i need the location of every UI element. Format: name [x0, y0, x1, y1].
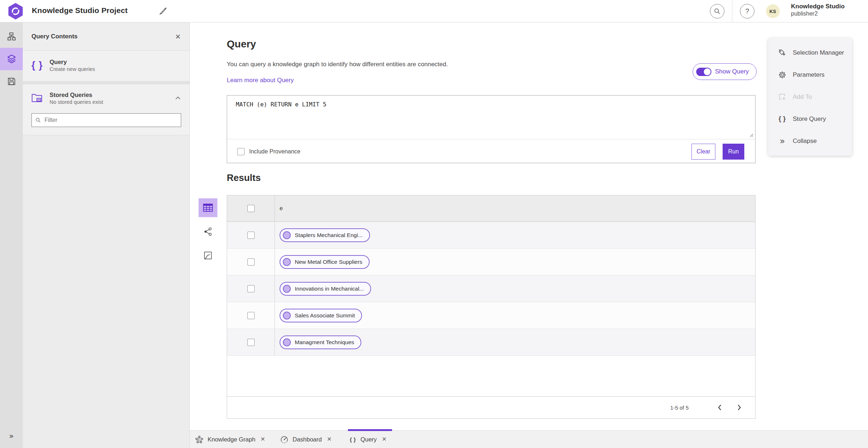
- table-pagination: 1-5 of 5: [227, 396, 755, 418]
- store-query-item[interactable]: { } Store Query: [768, 108, 852, 130]
- sidebar-item-query[interactable]: { } Query Create new queries: [23, 51, 190, 81]
- results-table: e Staplers Mechanical Engi... New Metal …: [227, 195, 756, 419]
- entity-pill[interactable]: New Metal Office Suppliers: [280, 255, 370, 269]
- query-controls: Include Provenance Clear Run: [227, 140, 755, 163]
- link-chart-view-icon[interactable]: [199, 222, 217, 241]
- add-to-icon: [778, 93, 787, 101]
- include-provenance-checkbox[interactable]: [237, 148, 244, 155]
- query-description: You can query a knowledge graph to ident…: [227, 61, 448, 68]
- table-view-icon[interactable]: [199, 198, 217, 217]
- show-query-toggle[interactable]: Show Query: [693, 63, 757, 80]
- dashboard-icon: [280, 436, 288, 444]
- map-view-icon[interactable]: [199, 246, 217, 265]
- filter-input[interactable]: [44, 117, 177, 123]
- results-title: Results: [227, 172, 261, 183]
- row-checkbox[interactable]: [247, 285, 255, 292]
- parameters-item[interactable]: Parameters: [768, 64, 852, 86]
- close-tab-icon[interactable]: ✕: [381, 436, 387, 443]
- user-name: Knowledge Studio: [791, 3, 844, 10]
- show-query-label: Show Query: [715, 68, 749, 75]
- filter-field: [31, 113, 181, 127]
- edit-title-button[interactable]: [158, 7, 168, 17]
- table-row: New Metal Office Suppliers: [227, 249, 755, 275]
- tab-query[interactable]: { } Query ✕: [350, 431, 387, 448]
- search-icon: [35, 117, 41, 123]
- panel-header: Query Contents ✕: [23, 22, 190, 51]
- entity-pill[interactable]: Innovations in Mechanical...: [280, 282, 371, 296]
- gear-icon: [778, 71, 787, 79]
- stored-queries-section: Stored Queries No stored queries exist: [23, 84, 190, 135]
- search-icon[interactable]: [710, 4, 724, 18]
- resize-handle[interactable]: [749, 132, 754, 139]
- entity-dot-icon: [283, 285, 291, 293]
- selection-manager-icon: [778, 49, 787, 57]
- project-title: Knowledge Studio Project: [32, 6, 128, 15]
- learn-more-link[interactable]: Learn more about Query: [227, 77, 294, 84]
- avatar[interactable]: KS: [766, 4, 780, 18]
- select-all-checkbox[interactable]: [247, 205, 255, 212]
- column-header-e: e: [275, 195, 755, 221]
- entity-pill[interactable]: Sales Associate Summit: [280, 309, 362, 322]
- close-tab-icon[interactable]: ✕: [326, 436, 332, 443]
- sidebar-item-description: Create new queries: [50, 66, 95, 73]
- entity-dot-icon: [283, 338, 291, 346]
- knowledge-studio-logo-icon: [8, 3, 23, 21]
- row-checkbox[interactable]: [247, 339, 255, 346]
- close-panel-icon[interactable]: ✕: [175, 33, 181, 41]
- expand-rail-icon[interactable]: »: [0, 428, 23, 443]
- stored-folder-icon: [31, 93, 50, 104]
- user-role: publisher2: [791, 10, 844, 17]
- add-to-item: Add To: [768, 86, 852, 108]
- table-row: Sales Associate Summit: [227, 302, 755, 329]
- table-row: Staplers Mechanical Engi...: [227, 222, 755, 249]
- row-checkbox[interactable]: [247, 258, 255, 266]
- chevron-right-icon[interactable]: [733, 401, 746, 414]
- chevron-left-icon[interactable]: [713, 401, 726, 414]
- tools-panel: Selection Manager Parameters Add To: [768, 38, 852, 156]
- help-icon[interactable]: ?: [740, 4, 754, 18]
- data-model-icon[interactable]: [0, 25, 23, 48]
- knowledge-graph-icon: [195, 436, 203, 444]
- query-view: Query You can query a knowledge graph to…: [190, 22, 868, 430]
- double-chevron-right-icon: »: [778, 138, 787, 145]
- sidebar-item-label: Stored Queries: [50, 91, 103, 99]
- collapse-item[interactable]: » Collapse: [768, 130, 852, 152]
- table-row: Managment Techniques: [227, 329, 755, 356]
- left-icon-rail: »: [0, 22, 23, 448]
- table-row: Innovations in Mechanical...: [227, 275, 755, 302]
- entity-pill[interactable]: Managment Techniques: [280, 335, 361, 349]
- query-contents-panel: Query Contents ✕ { } Query Create new qu…: [23, 22, 190, 448]
- view-tabs-bar: Knowledge Graph ✕ Dashboard ✕ { } Query …: [190, 430, 868, 448]
- entity-dot-icon: [283, 258, 291, 266]
- braces-icon: { }: [31, 60, 50, 71]
- user-info[interactable]: Knowledge Studio publisher2: [791, 3, 844, 17]
- knowledge-studio-app: Knowledge Studio Project ? KS Knowledge …: [0, 0, 868, 448]
- entity-dot-icon: [283, 312, 291, 320]
- results-view-switcher: [199, 198, 217, 270]
- row-checkbox[interactable]: [247, 232, 255, 239]
- tab-dashboard[interactable]: Dashboard ✕: [280, 431, 332, 448]
- section-divider: [23, 81, 190, 84]
- query-input[interactable]: MATCH (e) RETURN e LIMIT 5: [227, 96, 755, 139]
- braces-icon: { }: [350, 436, 356, 443]
- section-divider: [23, 135, 190, 135]
- table-header-row: e: [227, 195, 755, 222]
- entity-dot-icon: [283, 231, 291, 239]
- chevron-up-icon[interactable]: [175, 96, 181, 101]
- close-tab-icon[interactable]: ✕: [260, 436, 265, 443]
- row-checkbox[interactable]: [247, 312, 255, 319]
- toggle-switch[interactable]: [696, 68, 711, 76]
- sidebar-item-label: Query: [50, 58, 95, 66]
- top-bar: Knowledge Studio Project ? KS Knowledge …: [0, 0, 868, 22]
- sidebar-item-stored-queries[interactable]: Stored Queries No stored queries exist: [31, 91, 181, 106]
- run-button[interactable]: Run: [723, 144, 744, 160]
- sidebar-item-description: No stored queries exist: [50, 99, 103, 106]
- tab-knowledge-graph[interactable]: Knowledge Graph ✕: [195, 431, 265, 448]
- layers-icon[interactable]: [0, 48, 23, 70]
- entity-pill[interactable]: Staplers Mechanical Engi...: [280, 228, 370, 242]
- include-provenance-label: Include Provenance: [249, 148, 300, 155]
- selection-manager-item[interactable]: Selection Manager: [768, 42, 852, 64]
- header-divider: [732, 0, 732, 22]
- clear-button[interactable]: Clear: [692, 144, 715, 160]
- save-icon[interactable]: [0, 70, 23, 93]
